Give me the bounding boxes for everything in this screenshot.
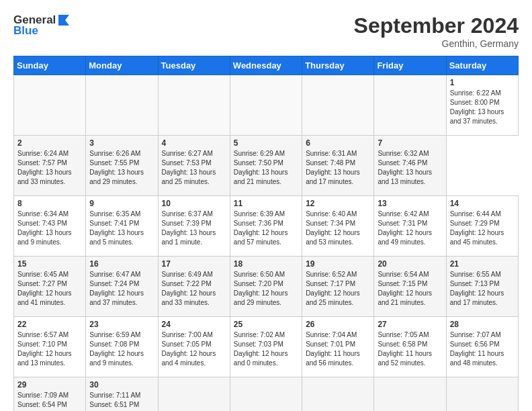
sunset: Sunset: 7:57 PM	[17, 159, 67, 167]
sunset: Sunset: 7:13 PM	[450, 280, 500, 287]
calendar-week-2: 2Sunrise: 6:24 AMSunset: 7:57 PMDaylight…	[14, 136, 519, 196]
day-cell-13: 13Sunrise: 6:42 AMSunset: 7:31 PMDayligh…	[374, 196, 446, 257]
day-number: 3	[89, 138, 154, 148]
daylight: Daylight: 12 hours and 53 minutes.	[306, 229, 360, 246]
sunset: Sunset: 8:00 PM	[450, 99, 500, 106]
sunrise: Sunrise: 7:05 AM	[378, 331, 429, 338]
empty-cell	[302, 75, 374, 136]
calendar-week-3: 8Sunrise: 6:34 AMSunset: 7:43 PMDaylight…	[14, 196, 519, 257]
day-cell-2: 2Sunrise: 6:24 AMSunset: 7:57 PMDaylight…	[14, 136, 86, 196]
sunrise: Sunrise: 6:32 AM	[378, 150, 429, 157]
col-header-tuesday: Tuesday	[158, 56, 230, 75]
day-cell-17: 17Sunrise: 6:49 AMSunset: 7:22 PMDayligh…	[158, 257, 230, 317]
day-number: 15	[17, 259, 82, 269]
sunrise: Sunrise: 7:04 AM	[306, 331, 357, 338]
sunrise: Sunrise: 6:37 AM	[162, 210, 213, 218]
daylight: Daylight: 13 hours and 5 minutes.	[89, 229, 144, 246]
day-number: 22	[17, 320, 82, 329]
daylight: Daylight: 12 hours and 29 minutes.	[234, 289, 288, 306]
col-header-friday: Friday	[374, 56, 446, 75]
sunrise: Sunrise: 6:26 AM	[89, 150, 140, 157]
col-header-wednesday: Wednesday	[230, 56, 302, 75]
empty-cell	[230, 75, 302, 136]
daylight: Daylight: 12 hours and 33 minutes.	[162, 289, 216, 306]
day-cell-24: 24Sunrise: 7:00 AMSunset: 7:05 PMDayligh…	[158, 317, 230, 377]
sunset: Sunset: 6:54 PM	[17, 401, 67, 408]
sunrise: Sunrise: 6:49 AM	[162, 271, 213, 278]
sunrise: Sunrise: 6:27 AM	[162, 150, 213, 157]
daylight: Daylight: 12 hours and 49 minutes.	[378, 229, 432, 246]
calendar-table: SundayMondayTuesdayWednesdayThursdayFrid…	[13, 56, 519, 411]
daylight: Daylight: 13 hours and 37 minutes.	[450, 108, 504, 125]
calendar-week-6: 29Sunrise: 7:09 AMSunset: 6:54 PMDayligh…	[14, 377, 519, 412]
day-number: 24	[162, 320, 226, 329]
day-cell-6: 6Sunrise: 6:31 AMSunset: 7:48 PMDaylight…	[302, 136, 374, 196]
daylight: Daylight: 11 hours and 48 minutes.	[450, 350, 504, 367]
day-number: 12	[306, 199, 370, 208]
sunset: Sunset: 7:01 PM	[306, 340, 355, 348]
day-number: 5	[234, 138, 298, 148]
daylight: Daylight: 12 hours and 9 minutes.	[89, 350, 144, 367]
daylight: Daylight: 13 hours and 29 minutes.	[89, 169, 144, 185]
col-header-thursday: Thursday	[302, 56, 374, 75]
col-header-sunday: Sunday	[14, 56, 86, 75]
daylight: Daylight: 12 hours and 57 minutes.	[234, 229, 288, 246]
day-number: 9	[89, 199, 154, 208]
day-cell-10: 10Sunrise: 6:37 AMSunset: 7:39 PMDayligh…	[158, 196, 230, 257]
sunset: Sunset: 7:53 PM	[162, 159, 212, 167]
sunrise: Sunrise: 7:09 AM	[17, 392, 69, 399]
day-number: 21	[450, 259, 515, 269]
sunset: Sunset: 7:46 PM	[378, 159, 427, 167]
calendar-title: September 2024	[354, 13, 519, 38]
sunrise: Sunrise: 6:39 AM	[234, 210, 285, 218]
daylight: Daylight: 13 hours and 33 minutes.	[17, 169, 72, 185]
daylight: Daylight: 13 hours and 13 minutes.	[378, 169, 432, 185]
sunset: Sunset: 7:03 PM	[234, 340, 283, 348]
empty-cell	[14, 75, 86, 136]
day-number: 19	[306, 259, 370, 269]
sunrise: Sunrise: 6:47 AM	[89, 271, 140, 278]
sunrise: Sunrise: 6:22 AM	[450, 89, 501, 97]
day-number: 16	[89, 259, 154, 269]
sunset: Sunset: 7:27 PM	[17, 280, 67, 287]
day-number: 7	[378, 138, 442, 148]
daylight: Daylight: 13 hours and 1 minute.	[162, 229, 216, 246]
empty-cell	[86, 75, 158, 136]
col-header-monday: Monday	[86, 56, 158, 75]
daylight: Daylight: 12 hours and 17 minutes.	[450, 289, 504, 306]
logo-flag-icon	[57, 13, 71, 27]
day-cell-27: 27Sunrise: 7:05 AMSunset: 6:58 PMDayligh…	[374, 317, 446, 377]
day-number: 11	[234, 199, 298, 208]
sunrise: Sunrise: 7:00 AM	[162, 331, 213, 338]
sunset: Sunset: 7:43 PM	[17, 220, 67, 227]
day-number: 18	[234, 259, 298, 269]
day-number: 20	[378, 259, 442, 269]
sunrise: Sunrise: 6:45 AM	[17, 271, 69, 278]
sunrise: Sunrise: 7:02 AM	[234, 331, 285, 338]
logo: General Blue	[13, 13, 71, 38]
day-cell-9: 9Sunrise: 6:35 AMSunset: 7:41 PMDaylight…	[86, 196, 158, 257]
day-cell-5: 5Sunrise: 6:29 AMSunset: 7:50 PMDaylight…	[230, 136, 302, 196]
day-cell-14: 14Sunrise: 6:44 AMSunset: 7:29 PMDayligh…	[446, 196, 518, 257]
sunrise: Sunrise: 6:59 AM	[89, 331, 140, 338]
day-number: 13	[378, 199, 442, 208]
day-number: 10	[162, 199, 226, 208]
sunrise: Sunrise: 6:42 AM	[378, 210, 429, 218]
sunset: Sunset: 7:24 PM	[89, 280, 139, 287]
day-number: 27	[378, 320, 442, 329]
sunset: Sunset: 7:10 PM	[17, 340, 67, 348]
sunset: Sunset: 6:58 PM	[378, 340, 427, 348]
daylight: Daylight: 12 hours and 25 minutes.	[306, 289, 360, 306]
sunset: Sunset: 7:31 PM	[378, 220, 427, 227]
calendar-week-1: 1Sunrise: 6:22 AMSunset: 8:00 PMDaylight…	[14, 75, 519, 136]
calendar-subtitle: Genthin, Germany	[354, 38, 519, 49]
day-number: 14	[450, 199, 515, 208]
daylight: Daylight: 11 hours and 56 minutes.	[306, 350, 360, 367]
day-cell-8: 8Sunrise: 6:34 AMSunset: 7:43 PMDaylight…	[14, 196, 86, 257]
daylight: Daylight: 13 hours and 21 minutes.	[234, 169, 288, 185]
day-cell-21: 21Sunrise: 6:55 AMSunset: 7:13 PMDayligh…	[446, 257, 518, 317]
sunrise: Sunrise: 6:55 AM	[450, 271, 501, 278]
day-cell-28: 28Sunrise: 7:07 AMSunset: 6:56 PMDayligh…	[446, 317, 518, 377]
daylight: Daylight: 12 hours and 4 minutes.	[162, 350, 216, 367]
daylight: Daylight: 13 hours and 25 minutes.	[162, 169, 216, 185]
